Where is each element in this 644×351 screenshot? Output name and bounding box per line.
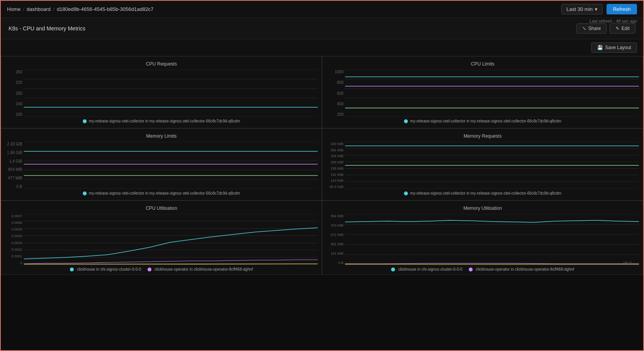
- memory-limits-panel: Memory Limits 2.33 GiB 1.86 GiB 1.4 GiB …: [1, 128, 322, 200]
- memory-utilisation-legend: clickhouse in chi-signoz-cluster-0-0-0 c…: [326, 267, 639, 271]
- memory-utilisation-y-axis: 954 MiB 763 MiB 572 MiB 381 MiB 191 MiB …: [326, 214, 345, 265]
- cpu-requests-y-axis: 260 220 180 140 100: [5, 70, 24, 117]
- svg-text:04:21: 04:21: [623, 261, 633, 265]
- cpu-limits-svg-area: [345, 70, 639, 117]
- time-selector-label: Last 30 min: [566, 6, 592, 12]
- breadcrumb-dashboard[interactable]: dashboard: [27, 6, 50, 12]
- cpu-limits-legend: my-release-signoz-otel-collector in my-r…: [326, 119, 639, 123]
- memory-limits-legend-dot: [83, 191, 87, 195]
- cpu-utilisation-panel: CPU Utilisation 0.0007 0.0006 0.0005 0.0…: [1, 200, 322, 275]
- memory-requests-chart: 429 MiB 381 MiB 334 MiB 286 MiB 238 MiB …: [326, 142, 639, 189]
- mem-util-legend-text-2: clickhouse-operator in clickhouse-operat…: [476, 267, 574, 271]
- panel-header: K8s - CPU and Memory Metrics ⤡ Share ✎ E…: [1, 18, 643, 39]
- cpu-requests-legend: my-release-signoz-otel-collector in my-r…: [5, 119, 318, 123]
- cpu-utilisation-y-axis: 0.0007 0.0006 0.0005 0.0004 0.0003 0.000…: [5, 214, 24, 265]
- cpu-requests-title: CPU Requests: [5, 61, 318, 67]
- breadcrumb-id: d180ed9b-4656-4545-b85b-3056d1ad82c7: [57, 6, 153, 12]
- memory-utilisation-chart: 954 MiB 763 MiB 572 MiB 381 MiB 191 MiB …: [326, 214, 639, 265]
- memory-requests-legend-text: my-release-signoz-otel-collector in my-r…: [410, 191, 561, 195]
- cpu-utilisation-legend: clickhouse in chi-signoz-cluster-0-0-0 c…: [5, 267, 318, 271]
- cpu-utilisation-svg-area: [24, 214, 318, 265]
- cpu-util-legend-dot-2: [148, 268, 151, 271]
- charts-grid: CPU Requests 260 220 180 140 100: [1, 56, 643, 275]
- cpu-limits-y-axis: 1000 800 600 400 200: [326, 70, 345, 117]
- cpu-limits-legend-text: my-release-signoz-otel-collector in my-r…: [410, 119, 561, 123]
- mem-util-legend-dot-2: [469, 268, 473, 271]
- cpu-requests-legend-text: my-release-signoz-otel-collector in my-r…: [89, 119, 240, 123]
- panel-title: K8s - CPU and Memory Metrics: [9, 25, 85, 32]
- time-selector[interactable]: Last 30 min ▾: [561, 4, 603, 14]
- memory-utilisation-title: Memory Utilisation: [326, 206, 639, 211]
- memory-utilisation-panel: Memory Utilisation 954 MiB 763 MiB 572 M…: [322, 200, 643, 275]
- refresh-button[interactable]: Refresh: [607, 4, 637, 14]
- memory-limits-legend-text: my-release-signoz-otel-collector in my-r…: [89, 191, 240, 195]
- memory-limits-chart: 2.33 GiB 1.86 GiB 1.4 GiB 954 MiB 477 Mi…: [5, 142, 318, 189]
- memory-requests-legend: my-release-signoz-otel-collector in my-r…: [326, 191, 639, 195]
- edit-label: Edit: [621, 26, 630, 31]
- breadcrumb-sep1: /: [23, 6, 25, 12]
- save-icon: 💾: [597, 45, 603, 50]
- topbar: Home / dashboard / d180ed9b-4656-4545-b8…: [1, 1, 643, 18]
- share-icon: ⤡: [582, 26, 586, 31]
- memory-requests-legend-dot: [404, 191, 408, 195]
- cpu-requests-panel: CPU Requests 260 220 180 140 100: [1, 56, 322, 128]
- cpu-requests-legend-dot: [83, 119, 87, 123]
- memory-requests-title: Memory Requests: [326, 133, 639, 139]
- share-label: Share: [588, 26, 601, 31]
- mem-util-legend-dot-1: [391, 268, 395, 271]
- topbar-right: Last 30 min ▾ Refresh: [561, 4, 637, 14]
- cpu-limits-legend-dot: [404, 119, 408, 123]
- chevron-down-icon: ▾: [595, 6, 598, 12]
- panel-actions: ⤡ Share ✎ Edit: [576, 23, 635, 34]
- cpu-limits-panel: CPU Limits 1000 800 600 400 200: [322, 56, 643, 128]
- memory-limits-y-axis: 2.33 GiB 1.86 GiB 1.4 GiB 954 MiB 477 Mi…: [5, 142, 24, 189]
- breadcrumb-sep2: /: [53, 6, 55, 12]
- memory-requests-y-axis: 429 MiB 381 MiB 334 MiB 286 MiB 238 MiB …: [326, 142, 345, 189]
- memory-requests-panel: Memory Requests 429 MiB 381 MiB 334 MiB …: [322, 128, 643, 200]
- share-button[interactable]: ⤡ Share: [576, 23, 607, 34]
- last-refresh-label: Last refresh - 48 sec ago: [589, 19, 637, 23]
- memory-utilisation-svg-area: 04:21: [345, 214, 639, 265]
- cpu-limits-chart: 1000 800 600 400 200: [326, 70, 639, 117]
- edit-button[interactable]: ✎ Edit: [610, 23, 635, 34]
- cpu-util-legend-text-1: clickhouse in chi-signoz-cluster-0-0-0: [77, 267, 141, 271]
- memory-limits-legend: my-release-signoz-otel-collector in my-r…: [5, 191, 318, 195]
- save-layout-button[interactable]: 💾 Save Layout: [591, 43, 637, 53]
- cpu-requests-svg-area: [24, 70, 318, 117]
- cpu-util-legend-dot-1: [70, 268, 74, 271]
- save-layout-label: Save Layout: [605, 45, 631, 50]
- memory-limits-svg-area: [24, 142, 318, 189]
- save-layout-bar: 💾 Save Layout: [1, 39, 643, 56]
- breadcrumb-home[interactable]: Home: [7, 6, 21, 12]
- cpu-limits-title: CPU Limits: [326, 61, 639, 67]
- cpu-requests-chart: 260 220 180 140 100: [5, 70, 318, 117]
- breadcrumb: Home / dashboard / d180ed9b-4656-4545-b8…: [7, 6, 153, 12]
- memory-limits-title: Memory Limits: [5, 133, 318, 139]
- memory-requests-svg-area: [345, 142, 639, 189]
- cpu-utilisation-title: CPU Utilisation: [5, 206, 318, 211]
- edit-icon: ✎: [616, 26, 619, 31]
- cpu-util-legend-text-2: clickhouse-operator in clickhouse-operat…: [155, 267, 253, 271]
- cpu-utilisation-chart: 0.0007 0.0006 0.0005 0.0004 0.0003 0.000…: [5, 214, 318, 265]
- mem-util-legend-text-1: clickhouse in chi-signoz-cluster-0-0-0: [398, 267, 463, 271]
